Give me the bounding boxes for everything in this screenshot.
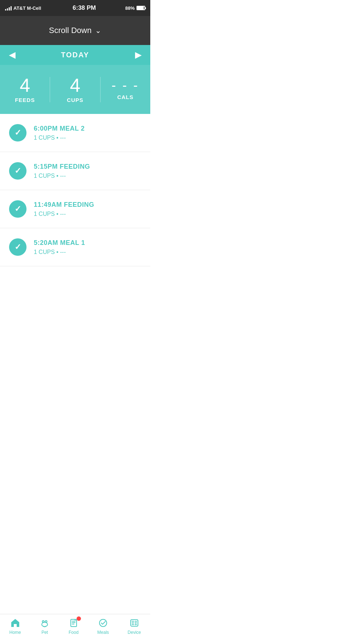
feed-title-3: 5:20AM MEAL 1 — [34, 239, 141, 247]
checkmark-icon-0: ✓ — [15, 128, 21, 138]
stats-bar: 4 FEEDS 4 CUPS - - - CALS — [0, 65, 150, 114]
checkmark-icon-3: ✓ — [15, 242, 21, 252]
status-bar: AT&T M-Cell 6:38 PM 88% — [0, 0, 150, 16]
status-right: 88% — [119, 5, 145, 11]
next-day-button[interactable]: ▶ — [135, 50, 141, 60]
signal-bar-3 — [9, 7, 10, 11]
cals-value: - - - — [111, 79, 139, 92]
battery-fill — [137, 7, 144, 9]
feed-info-1: 5:15PM FEEDING 1 CUPS • --- — [34, 163, 141, 179]
feed-title-2: 11:49AM FEEDING — [34, 201, 141, 209]
feed-item-0[interactable]: ✓ 6:00PM MEAL 2 1 CUPS • --- — [0, 114, 150, 152]
today-label: TODAY — [61, 51, 89, 59]
scroll-down-header[interactable]: Scroll Down ⌄ — [0, 16, 150, 45]
check-circle-1: ✓ — [9, 162, 26, 180]
feeds-stat: 4 FEEDS — [0, 76, 50, 103]
signal-bar-2 — [7, 8, 8, 11]
feed-list: ✓ 6:00PM MEAL 2 1 CUPS • --- ✓ 5:15PM FE… — [0, 114, 150, 299]
battery-percent: 88% — [125, 5, 135, 11]
cups-label: CUPS — [67, 97, 83, 103]
signal-bars — [5, 5, 12, 11]
feed-info-2: 11:49AM FEEDING 1 CUPS • --- — [34, 201, 141, 217]
feed-item-3[interactable]: ✓ 5:20AM MEAL 1 1 CUPS • --- — [0, 228, 150, 266]
signal-bar-1 — [5, 9, 6, 11]
cals-stat: - - - CALS — [101, 79, 150, 100]
check-circle-3: ✓ — [9, 238, 26, 256]
status-left: AT&T M-Cell — [5, 5, 49, 11]
check-circle-2: ✓ — [9, 200, 26, 218]
signal-bar-4 — [11, 6, 12, 11]
cups-value: 4 — [70, 76, 81, 95]
feed-item-1[interactable]: ✓ 5:15PM FEEDING 1 CUPS • --- — [0, 152, 150, 190]
chevron-down-icon: ⌄ — [95, 26, 101, 35]
feed-detail-2: 1 CUPS • --- — [34, 211, 141, 217]
feed-item-2[interactable]: ✓ 11:49AM FEEDING 1 CUPS • --- — [0, 190, 150, 228]
prev-day-button[interactable]: ◀ — [9, 50, 15, 60]
checkmark-icon-2: ✓ — [15, 204, 21, 214]
feed-list-spacer — [0, 266, 150, 299]
feed-detail-3: 1 CUPS • --- — [34, 249, 141, 255]
feed-detail-1: 1 CUPS • --- — [34, 173, 141, 179]
cals-label: CALS — [117, 94, 134, 100]
feed-detail-0: 1 CUPS • --- — [34, 135, 141, 141]
feed-title-1: 5:15PM FEEDING — [34, 163, 141, 171]
feeds-value: 4 — [20, 76, 30, 95]
cups-stat: 4 CUPS — [50, 76, 100, 103]
check-circle-0: ✓ — [9, 124, 26, 141]
checkmark-icon-1: ✓ — [15, 166, 21, 176]
feed-info-0: 6:00PM MEAL 2 1 CUPS • --- — [34, 125, 141, 141]
location-icon — [119, 5, 123, 11]
battery-icon — [136, 6, 145, 10]
feed-info-3: 5:20AM MEAL 1 1 CUPS • --- — [34, 239, 141, 255]
wifi-icon — [43, 5, 49, 11]
carrier-label: AT&T M-Cell — [13, 5, 41, 11]
battery-indicator — [136, 6, 145, 10]
scroll-down-label: Scroll Down — [49, 26, 91, 35]
feeds-label: FEEDS — [15, 97, 35, 103]
time-display: 6:38 PM — [73, 4, 96, 12]
feed-title-0: 6:00PM MEAL 2 — [34, 125, 141, 132]
today-nav-bar: ◀ TODAY ▶ — [0, 45, 150, 65]
